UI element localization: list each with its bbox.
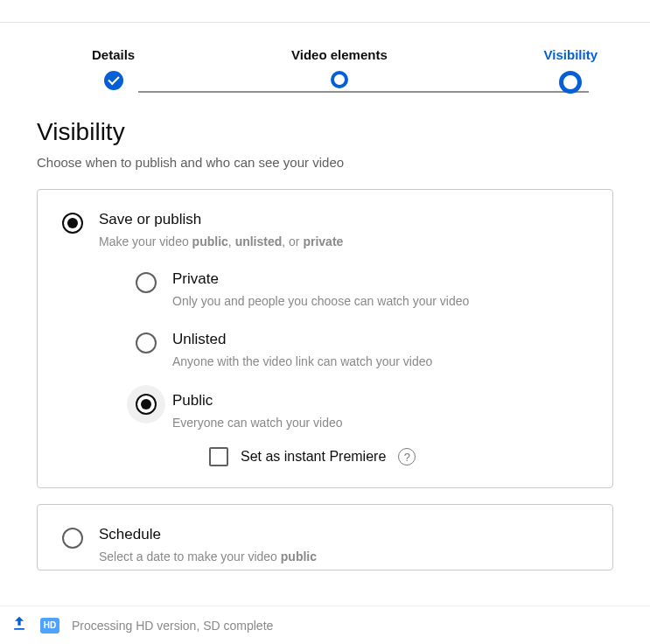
public-title: Public — [172, 392, 588, 410]
radio-unlisted[interactable] — [136, 332, 157, 354]
stepper-line — [138, 91, 589, 93]
step-details[interactable]: Details — [92, 47, 135, 90]
schedule-row[interactable]: Schedule Select a date to make your vide… — [62, 526, 588, 566]
step-video-elements[interactable]: Video elements — [291, 47, 388, 88]
private-title: Private — [172, 270, 588, 288]
option-public[interactable]: Public Everyone can watch your video Set… — [136, 392, 588, 467]
save-publish-desc: Make your video public, unlisted, or pri… — [99, 234, 588, 251]
help-icon[interactable]: ? — [398, 448, 416, 466]
upload-icon — [10, 615, 28, 636]
check-icon — [104, 71, 123, 90]
step-elements-label: Video elements — [291, 47, 388, 62]
section-title: Visibility — [37, 118, 613, 146]
premiere-checkbox[interactable] — [209, 447, 228, 466]
radio-save-publish[interactable] — [62, 213, 83, 234]
unlisted-title: Unlisted — [172, 331, 588, 348]
step-node-icon — [331, 71, 348, 88]
save-publish-card: Save or publish Make your video public, … — [37, 189, 613, 488]
top-divider — [0, 0, 650, 23]
option-unlisted[interactable]: Unlisted Anyone with the video link can … — [136, 331, 588, 371]
step-visibility[interactable]: Visibility — [544, 47, 598, 94]
save-publish-body: Save or publish Make your video public, … — [99, 211, 588, 466]
section-subtitle: Choose when to publish and who can see y… — [37, 155, 613, 170]
hd-badge-icon: HD — [40, 618, 59, 634]
step-details-label: Details — [92, 47, 135, 62]
save-publish-title: Save or publish — [99, 211, 588, 228]
status-footer: HD Processing HD version, SD complete — [0, 606, 650, 644]
schedule-title: Schedule — [99, 526, 588, 543]
radio-public[interactable] — [136, 394, 157, 415]
private-desc: Only you and people you choose can watch… — [172, 293, 588, 311]
premiere-label: Set as instant Premiere — [241, 449, 386, 465]
visibility-sub-options: Private Only you and people you choose c… — [99, 270, 588, 467]
schedule-desc: Select a date to make your video public — [99, 549, 588, 566]
schedule-card: Schedule Select a date to make your vide… — [37, 504, 613, 570]
premiere-row: Set as instant Premiere ? — [172, 447, 588, 466]
stepper: Details Video elements Visibility — [0, 23, 650, 94]
radio-private[interactable] — [136, 272, 157, 293]
radio-schedule[interactable] — [62, 528, 83, 549]
save-publish-row[interactable]: Save or publish Make your video public, … — [62, 211, 588, 466]
processing-status: Processing HD version, SD complete — [72, 619, 273, 633]
step-visibility-label: Visibility — [544, 47, 598, 62]
content-area: Visibility Choose when to publish and wh… — [0, 94, 650, 570]
option-private[interactable]: Private Only you and people you choose c… — [136, 270, 588, 311]
public-desc: Everyone can watch your video — [172, 415, 588, 432]
unlisted-desc: Anyone with the video link can watch you… — [172, 354, 588, 371]
step-node-current-icon — [559, 71, 582, 94]
